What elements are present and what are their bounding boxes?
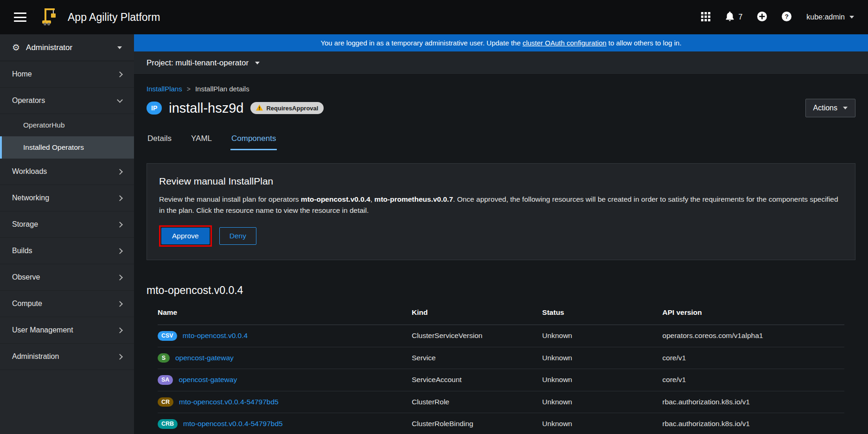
resource-api-version: rbac.authorization.k8s.io/v1 [663,391,844,413]
chevron-down-icon [117,97,123,103]
resource-status: Unknown [542,413,662,434]
chevron-down-icon [255,62,260,64]
sidebar-item-label: Administration [12,352,59,361]
notification-count: 7 [738,13,742,21]
app-launcher-button[interactable] [701,12,710,23]
sidebar-nav: HomeOperatorsOperatorHubInstalled Operat… [0,61,134,370]
resource-kind: ClusterRole [412,391,542,413]
gear-icon: ⚙ [12,43,20,52]
notifications-button[interactable]: 7 [725,12,742,23]
operator-name: mto-opencost.v0.0.4 [301,195,370,203]
resource-status: Unknown [542,325,662,347]
tab-components[interactable]: Components [230,131,277,150]
actions-label: Actions [813,104,837,112]
sidebar-item-label: Builds [12,247,32,255]
banner-text: You are logged in as a temporary adminis… [320,39,523,47]
resource-status: Unknown [542,347,662,369]
resource-link[interactable]: mto-opencost.v0.0.4 [183,332,248,340]
quick-create-button[interactable] [757,12,767,23]
resource-link[interactable]: opencost-gateway [179,376,237,384]
resource-link[interactable]: opencost-gateway [175,354,234,362]
resource-api-version: rbac.authorization.k8s.io/v1 [663,413,844,434]
tab-yaml[interactable]: YAML [190,131,213,150]
help-button[interactable]: ? [782,12,791,23]
sidebar-item-label: Observe [12,273,40,281]
breadcrumb-installplans-link[interactable]: InstallPlans [147,85,182,93]
review-card-description: Review the manual install plan for opera… [159,194,843,216]
breadcrumb-separator: > [187,85,191,93]
review-text: Review the manual install plan for opera… [159,195,301,203]
grid-icon [701,12,710,23]
project-selector[interactable]: Project: multi-tenant-operator [134,51,868,75]
table-row: CRBmto-opencost.v0.0.4-54797bd5ClusterRo… [158,413,844,434]
sidebar: ⚙ Administrator HomeOperatorsOperatorHub… [0,34,134,434]
sidebar-item-label: Workloads [12,167,47,176]
user-menu[interactable]: kube:admin [806,13,854,21]
nav-toggle-button[interactable] [14,13,26,22]
sidebar-item-networking[interactable]: Networking [0,185,134,211]
perspective-label: Administrator [26,43,72,52]
table-row: CRmto-opencost.v0.0.4-54797bd5ClusterRol… [158,391,844,413]
review-card-title: Review manual InstallPlan [159,176,843,187]
resource-api-version: core/v1 [663,347,844,369]
warning-icon [256,104,263,112]
login-warning-banner: You are logged in as a temporary adminis… [134,34,868,51]
resource-kind-badge: CR [158,397,173,407]
sidebar-subitem-installed-operators[interactable]: Installed Operators [0,136,134,159]
resource-status: Unknown [542,391,662,413]
perspective-switcher[interactable]: ⚙ Administrator [0,34,134,61]
tab-bar: DetailsYAMLComponents [147,131,855,150]
approve-button[interactable]: Approve [161,228,210,244]
chevron-right-icon [117,301,123,307]
sidebar-item-label: User Management [12,326,73,334]
question-circle-icon: ? [782,12,791,23]
sidebar-item-user-management[interactable]: User Management [0,317,134,344]
chevron-right-icon [117,169,123,175]
resource-api-version: core/v1 [663,369,844,391]
operator-name: mto-prometheus.v0.0.7 [374,195,453,203]
sidebar-item-builds[interactable]: Builds [0,238,134,264]
review-installplan-card: Review manual InstallPlan Review the man… [147,163,855,260]
masthead: App Agility Platform 7 [0,0,868,34]
bell-icon [725,12,734,23]
sidebar-item-label: Networking [12,194,49,202]
sidebar-item-label: Storage [12,220,38,229]
sidebar-item-storage[interactable]: Storage [0,211,134,238]
brand: App Agility Platform [41,7,160,27]
sidebar-item-home[interactable]: Home [0,61,134,88]
status-badge: RequiresApproval [250,102,324,114]
cluster-oauth-link[interactable]: cluster OAuth configuration [523,39,606,47]
resource-kind-badge: S [158,353,170,363]
sidebar-item-operators[interactable]: Operators [0,88,134,114]
page-title: install-hsz9d [169,101,243,116]
sidebar-item-workloads[interactable]: Workloads [0,159,134,185]
resource-api-version: operators.coreos.com/v1alpha1 [663,325,844,347]
table-row: CSVmto-opencost.v0.0.4ClusterServiceVers… [158,325,844,347]
svg-text:?: ? [785,13,789,20]
project-label: Project: multi-tenant-operator [147,58,249,68]
actions-dropdown-button[interactable]: Actions [805,99,855,117]
component-section-title: mto-opencost.v0.0.4 [147,284,855,297]
sidebar-item-observe[interactable]: Observe [0,264,134,291]
chevron-right-icon [117,354,123,360]
sidebar-item-compute[interactable]: Compute [0,291,134,317]
tab-details[interactable]: Details [147,131,172,150]
resource-kind-badge: SA [158,375,173,385]
deny-button[interactable]: Deny [219,227,256,245]
chevron-right-icon [117,327,123,333]
column-header-api-version: API version [663,300,844,325]
resource-kind: ClusterRoleBinding [412,413,542,434]
resource-link[interactable]: mto-opencost.v0.0.4-54797bd5 [179,398,279,406]
approve-button-highlight: Approve [159,225,212,247]
sidebar-item-administration[interactable]: Administration [0,344,134,370]
chevron-down-icon [849,16,854,19]
chevron-down-icon [117,46,122,49]
components-table: NameKindStatusAPI version CSVmto-opencos… [158,300,844,434]
chevron-right-icon [117,195,123,201]
sidebar-item-label: Operators [12,96,45,105]
resource-kind: ClusterServiceVersion [412,325,542,347]
sidebar-subitem-operatorhub[interactable]: OperatorHub [0,114,134,136]
resource-kind: Service [412,347,542,369]
chevron-down-icon [843,107,848,109]
resource-link[interactable]: mto-opencost.v0.0.4-54797bd5 [183,420,283,428]
